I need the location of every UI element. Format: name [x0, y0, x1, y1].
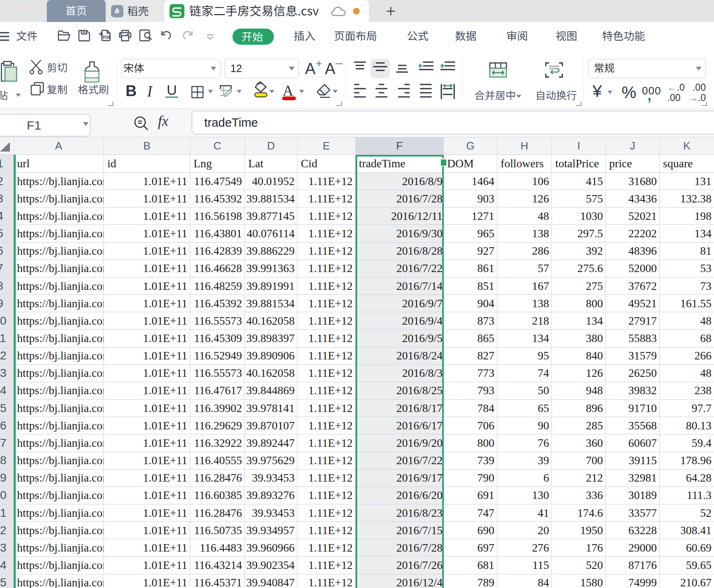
svg-text:PDF: PDF — [103, 35, 111, 40]
